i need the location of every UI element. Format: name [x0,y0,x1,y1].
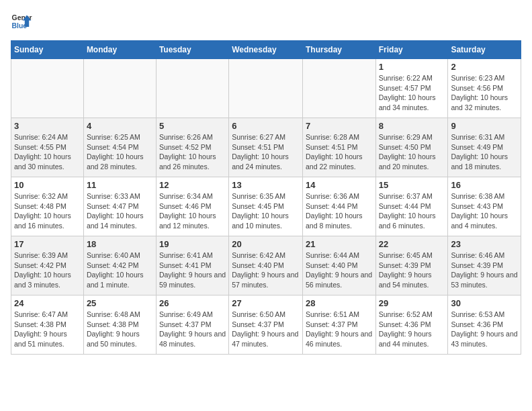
day-info: Sunrise: 6:29 AM Sunset: 4:50 PM Dayligh… [379,132,445,172]
calendar-cell: 6Sunrise: 6:27 AM Sunset: 4:51 PM Daylig… [229,118,303,177]
day-info: Sunrise: 6:28 AM Sunset: 4:51 PM Dayligh… [306,132,373,172]
calendar-cell: 17Sunrise: 6:39 AM Sunset: 4:42 PM Dayli… [11,236,84,295]
calendar-cell: 29Sunrise: 6:52 AM Sunset: 4:36 PM Dayli… [375,295,448,355]
weekday-header-row: SundayMondayTuesdayWednesdayThursdayFrid… [11,41,521,59]
day-number: 10 [14,180,81,190]
day-info: Sunrise: 6:37 AM Sunset: 4:44 PM Dayligh… [379,191,445,231]
day-info: Sunrise: 6:50 AM Sunset: 4:37 PM Dayligh… [232,310,300,349]
calendar-cell: 14Sunrise: 6:36 AM Sunset: 4:44 PM Dayli… [302,177,375,236]
day-info: Sunrise: 6:46 AM Sunset: 4:39 PM Dayligh… [451,250,518,290]
day-info: Sunrise: 6:23 AM Sunset: 4:56 PM Dayligh… [451,73,518,113]
day-number: 14 [306,180,373,190]
day-number: 11 [87,180,153,190]
day-number: 4 [87,121,153,131]
header: General Blue [11,11,521,32]
day-number: 17 [14,239,81,249]
day-number: 28 [306,298,373,308]
calendar-cell [302,59,375,118]
weekday-header-wednesday: Wednesday [229,41,303,59]
calendar-cell: 4Sunrise: 6:25 AM Sunset: 4:54 PM Daylig… [83,118,156,177]
day-number: 6 [232,121,300,131]
day-info: Sunrise: 6:36 AM Sunset: 4:44 PM Dayligh… [306,191,373,231]
day-info: Sunrise: 6:49 AM Sunset: 4:37 PM Dayligh… [159,310,226,349]
day-number: 5 [159,121,226,131]
day-number: 21 [306,239,373,249]
day-info: Sunrise: 6:45 AM Sunset: 4:39 PM Dayligh… [379,250,445,290]
day-info: Sunrise: 6:32 AM Sunset: 4:48 PM Dayligh… [14,191,81,231]
day-info: Sunrise: 6:34 AM Sunset: 4:46 PM Dayligh… [159,191,226,231]
day-info: Sunrise: 6:44 AM Sunset: 4:40 PM Dayligh… [306,250,373,290]
day-info: Sunrise: 6:48 AM Sunset: 4:38 PM Dayligh… [87,310,153,349]
calendar-cell: 21Sunrise: 6:44 AM Sunset: 4:40 PM Dayli… [302,236,375,295]
calendar-cell: 30Sunrise: 6:53 AM Sunset: 4:36 PM Dayli… [448,295,521,355]
day-info: Sunrise: 6:52 AM Sunset: 4:36 PM Dayligh… [379,310,445,349]
calendar-cell: 16Sunrise: 6:38 AM Sunset: 4:43 PM Dayli… [448,177,521,236]
day-number: 30 [451,298,518,308]
day-number: 23 [451,239,518,249]
day-info: Sunrise: 6:31 AM Sunset: 4:49 PM Dayligh… [451,132,518,172]
day-number: 27 [232,298,300,308]
calendar-cell: 25Sunrise: 6:48 AM Sunset: 4:38 PM Dayli… [83,295,156,355]
day-info: Sunrise: 6:22 AM Sunset: 4:57 PM Dayligh… [379,73,445,113]
day-info: Sunrise: 6:53 AM Sunset: 4:36 PM Dayligh… [451,310,518,349]
day-number: 3 [14,121,81,131]
day-info: Sunrise: 6:41 AM Sunset: 4:41 PM Dayligh… [159,250,226,290]
calendar-cell: 28Sunrise: 6:51 AM Sunset: 4:37 PM Dayli… [302,295,375,355]
calendar-cell: 23Sunrise: 6:46 AM Sunset: 4:39 PM Dayli… [448,236,521,295]
day-number: 1 [379,62,445,72]
calendar-cell: 2Sunrise: 6:23 AM Sunset: 4:56 PM Daylig… [448,59,521,118]
calendar-cell: 11Sunrise: 6:33 AM Sunset: 4:47 PM Dayli… [83,177,156,236]
day-number: 7 [306,121,373,131]
calendar-cell: 26Sunrise: 6:49 AM Sunset: 4:37 PM Dayli… [156,295,228,355]
day-number: 29 [379,298,445,308]
day-info: Sunrise: 6:38 AM Sunset: 4:43 PM Dayligh… [451,191,518,231]
calendar-cell: 1Sunrise: 6:22 AM Sunset: 4:57 PM Daylig… [375,59,448,118]
day-number: 19 [159,239,226,249]
calendar-cell [11,59,84,118]
calendar-cell: 19Sunrise: 6:41 AM Sunset: 4:41 PM Dayli… [156,236,228,295]
calendar-cell: 3Sunrise: 6:24 AM Sunset: 4:55 PM Daylig… [11,118,84,177]
day-number: 24 [14,298,81,308]
calendar-cell: 9Sunrise: 6:31 AM Sunset: 4:49 PM Daylig… [448,118,521,177]
day-number: 16 [451,180,518,190]
calendar-cell: 22Sunrise: 6:45 AM Sunset: 4:39 PM Dayli… [375,236,448,295]
weekday-header-thursday: Thursday [302,41,375,59]
calendar-cell: 27Sunrise: 6:50 AM Sunset: 4:37 PM Dayli… [229,295,303,355]
day-number: 22 [379,239,445,249]
day-number: 26 [159,298,226,308]
calendar-cell: 15Sunrise: 6:37 AM Sunset: 4:44 PM Dayli… [375,177,448,236]
day-number: 8 [379,121,445,131]
day-info: Sunrise: 6:40 AM Sunset: 4:42 PM Dayligh… [87,250,153,290]
calendar-cell: 12Sunrise: 6:34 AM Sunset: 4:46 PM Dayli… [156,177,228,236]
day-number: 9 [451,121,518,131]
week-row-1: 1Sunrise: 6:22 AM Sunset: 4:57 PM Daylig… [11,59,521,118]
logo-icon: General Blue [11,11,32,32]
day-number: 15 [379,180,445,190]
day-info: Sunrise: 6:33 AM Sunset: 4:47 PM Dayligh… [87,191,153,231]
calendar-table: SundayMondayTuesdayWednesdayThursdayFrid… [11,40,521,355]
day-info: Sunrise: 6:26 AM Sunset: 4:52 PM Dayligh… [159,132,226,172]
day-info: Sunrise: 6:25 AM Sunset: 4:54 PM Dayligh… [87,132,153,172]
day-number: 2 [451,62,518,72]
calendar-cell: 5Sunrise: 6:26 AM Sunset: 4:52 PM Daylig… [156,118,228,177]
calendar-cell: 18Sunrise: 6:40 AM Sunset: 4:42 PM Dayli… [83,236,156,295]
calendar-cell [83,59,156,118]
day-number: 12 [159,180,226,190]
calendar-cell: 13Sunrise: 6:35 AM Sunset: 4:45 PM Dayli… [229,177,303,236]
week-row-5: 24Sunrise: 6:47 AM Sunset: 4:38 PM Dayli… [11,295,521,355]
week-row-4: 17Sunrise: 6:39 AM Sunset: 4:42 PM Dayli… [11,236,521,295]
calendar-cell: 24Sunrise: 6:47 AM Sunset: 4:38 PM Dayli… [11,295,84,355]
day-number: 18 [87,239,153,249]
day-info: Sunrise: 6:27 AM Sunset: 4:51 PM Dayligh… [232,132,300,172]
weekday-header-monday: Monday [83,41,156,59]
calendar-cell [229,59,303,118]
calendar-cell: 10Sunrise: 6:32 AM Sunset: 4:48 PM Dayli… [11,177,84,236]
calendar-cell: 7Sunrise: 6:28 AM Sunset: 4:51 PM Daylig… [302,118,375,177]
weekday-header-saturday: Saturday [448,41,521,59]
calendar-cell [156,59,228,118]
day-number: 25 [87,298,153,308]
day-info: Sunrise: 6:39 AM Sunset: 4:42 PM Dayligh… [14,250,81,290]
day-info: Sunrise: 6:47 AM Sunset: 4:38 PM Dayligh… [14,310,81,349]
day-number: 20 [232,239,300,249]
weekday-header-tuesday: Tuesday [156,41,228,59]
